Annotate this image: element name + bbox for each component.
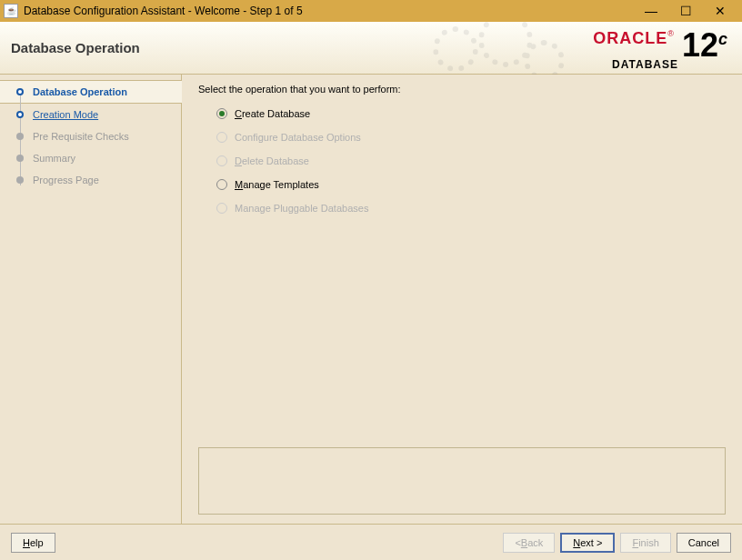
main: Database Operation Creation Mode Pre Req… — [0, 75, 742, 524]
radio-label: Delete Database — [235, 155, 309, 166]
option-manage-pluggable-databases: Manage Pluggable Databases — [198, 196, 726, 220]
cancel-button[interactable]: Cancel — [677, 533, 731, 553]
radio-icon — [216, 108, 227, 119]
option-configure-database-options: Configure Database Options — [198, 125, 726, 149]
radio-label: Create Database — [235, 108, 310, 119]
step-dot-icon — [16, 88, 24, 95]
help-button[interactable]: Help — [11, 533, 55, 553]
radio-icon — [216, 132, 227, 143]
header: Database Operation ORACLE® 12c DATABASE — [0, 22, 742, 75]
sidebar-step-database-operation[interactable]: Database Operation — [0, 80, 182, 104]
sidebar-step-prerequisite-checks: Pre Requisite Checks — [0, 125, 181, 147]
brand-version: 12c — [682, 29, 727, 62]
close-button[interactable]: ✕ — [711, 2, 729, 20]
brand-name: ORACLE — [593, 29, 667, 48]
radio-icon — [216, 155, 227, 166]
step-label: Progress Page — [33, 175, 99, 185]
step-dot-icon — [16, 155, 24, 162]
finish-button: Finish — [620, 533, 670, 553]
radio-icon — [216, 179, 227, 190]
radio-label: Manage Pluggable Databases — [235, 203, 368, 214]
radio-label: Configure Database Options — [235, 132, 361, 143]
option-delete-database: Delete Database — [198, 149, 726, 173]
radio-icon — [216, 203, 227, 214]
gears-decoration — [424, 22, 578, 75]
window-title: Database Configuration Assistant - Welco… — [24, 5, 642, 17]
step-label: Pre Requisite Checks — [33, 131, 129, 142]
step-dot-icon — [16, 176, 24, 184]
step-label: Database Operation — [33, 86, 127, 97]
window-controls: — ☐ ✕ — [642, 2, 738, 20]
content: Select the operation that you want to pe… — [182, 75, 742, 524]
sidebar: Database Operation Creation Mode Pre Req… — [0, 75, 182, 524]
footer: Help < Back Next > Finish Cancel — [0, 524, 742, 560]
instruction-text: Select the operation that you want to pe… — [198, 84, 726, 95]
step-dot-icon — [16, 111, 24, 118]
back-button: < Back — [503, 533, 555, 553]
sidebar-step-progress-page: Progress Page — [0, 169, 181, 191]
page-title: Database Operation — [11, 40, 140, 55]
minimize-button[interactable]: — — [642, 2, 660, 20]
step-label: Summary — [33, 153, 75, 164]
sidebar-step-summary: Summary — [0, 147, 181, 169]
option-create-database[interactable]: Create Database — [198, 102, 726, 125]
java-icon: ☕ — [4, 4, 18, 18]
maximize-button[interactable]: ☐ — [677, 2, 695, 20]
option-manage-templates[interactable]: Manage Templates — [198, 173, 726, 196]
step-label: Creation Mode — [33, 109, 98, 120]
next-button[interactable]: Next > — [560, 533, 615, 553]
message-area — [198, 447, 726, 515]
titlebar: ☕ Database Configuration Assistant - Wel… — [0, 0, 742, 22]
sidebar-step-creation-mode[interactable]: Creation Mode — [0, 104, 181, 125]
oracle-logo: ORACLE® 12c DATABASE — [593, 29, 727, 71]
step-dot-icon — [16, 133, 24, 140]
radio-label: Manage Templates — [235, 179, 319, 190]
